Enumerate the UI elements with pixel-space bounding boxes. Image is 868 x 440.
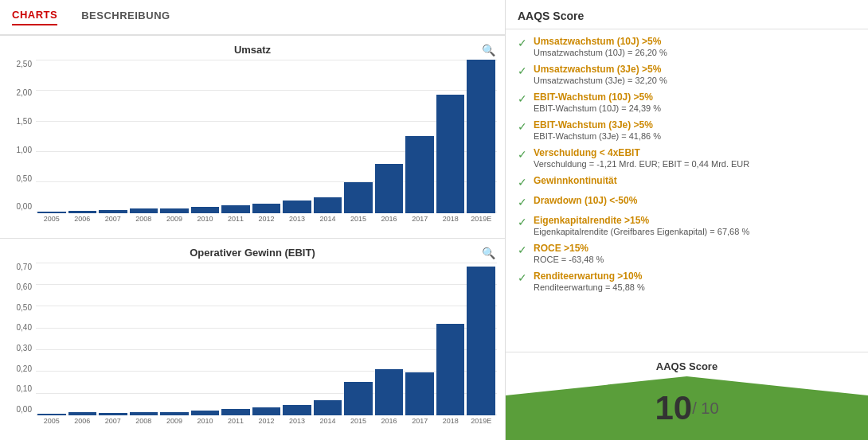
- aaqs-item: ✓EBIT-Wachstum (10J) >5%EBIT-Wachstum (1…: [518, 92, 856, 113]
- x-label: 2007: [99, 215, 127, 228]
- x-label: 2013: [283, 417, 311, 430]
- bar: [314, 400, 342, 415]
- y-label: 0,10: [17, 384, 32, 393]
- aaqs-item-value: ROCE = -63,48 %: [534, 255, 856, 264]
- aaqs-item: ✓Gewinnkontinuität: [518, 175, 856, 189]
- aaqs-item-value: EBIT-Wachstum (3Je) = 41,86 %: [534, 131, 856, 141]
- x-label: 2018: [436, 215, 465, 228]
- aaqs-item: ✓Verschuldung < 4xEBITVerschuldung = -1,…: [518, 147, 856, 169]
- y-label: 0,00: [17, 202, 32, 211]
- aaqs-item-content: Eigenkapitalrendite >15%Eigenkapitalrend…: [534, 215, 856, 236]
- aaqs-item: ✓EBIT-Wachstum (3Je) >5%EBIT-Wachstum (3…: [518, 119, 856, 141]
- ebit-chart-inner: 0,700,600,500,400,300,200,100,00 2005200…: [8, 263, 497, 430]
- aaqs-item-content: Renditeerwartung >10%Renditeerwartung = …: [534, 271, 856, 292]
- aaqs-item: ✓Umsatzwachstum (3Je) >5%Umsatzwachstum …: [518, 64, 856, 85]
- x-label: 2011: [221, 215, 250, 228]
- x-label: 2016: [375, 417, 404, 430]
- aaqs-item-title: Eigenkapitalrendite >15%: [534, 215, 856, 226]
- umsatz-bars-area: 2005200620072008200920102011201220132014…: [36, 60, 497, 228]
- aaqs-item-title: Umsatzwachstum (3Je) >5%: [534, 64, 856, 75]
- check-icon: ✓: [518, 92, 527, 105]
- bar-col: [314, 263, 342, 416]
- x-label: 2005: [37, 215, 66, 228]
- bar: [130, 208, 158, 213]
- y-label: 2,00: [17, 88, 32, 97]
- bar-col: [436, 60, 465, 213]
- aaqs-score-numerator: 10: [655, 389, 692, 427]
- bar: [344, 382, 373, 415]
- bar-col: [283, 60, 311, 213]
- bar: [99, 413, 127, 415]
- umsatz-chart-container: Umsatz 🔍 2,502,001,501,000,500,00 200520…: [0, 36, 505, 239]
- ebit-bars-area: 2005200620072008200920102011201220132014…: [36, 263, 497, 430]
- x-label: 2011: [221, 417, 250, 430]
- y-label: 0,50: [17, 174, 32, 183]
- ebit-chart-container: Operativer Gewinn (EBIT) 🔍 0,700,600,500…: [0, 239, 505, 441]
- aaqs-item-value: Eigenkapitalrendite (Greifbares Eigenkap…: [534, 227, 856, 236]
- bar: [191, 207, 220, 213]
- bar-col: [221, 263, 250, 416]
- bar-col: [191, 263, 220, 416]
- tab-charts[interactable]: CHARTS: [12, 9, 57, 25]
- aaqs-item-title: Gewinnkontinuität: [534, 175, 856, 186]
- aaqs-item-title: Drawdown (10J) <-50%: [534, 195, 856, 206]
- bar-col: [37, 60, 66, 213]
- bar-col: [467, 263, 495, 416]
- ebit-search-icon[interactable]: 🔍: [482, 247, 495, 259]
- x-label: 2017: [405, 215, 434, 228]
- ebit-x-labels: 2005200620072008200920102011201220132014…: [36, 415, 497, 430]
- bar: [375, 369, 404, 415]
- aaqs-score-denominator: / 10: [692, 384, 718, 432]
- bar-col: [467, 60, 495, 213]
- x-label: 2009: [160, 417, 189, 430]
- aaqs-item: ✓Eigenkapitalrendite >15%Eigenkapitalren…: [518, 215, 856, 236]
- x-label: 2014: [314, 215, 342, 228]
- umsatz-search-icon[interactable]: 🔍: [482, 44, 495, 56]
- aaqs-item-title: Verschuldung < 4xEBIT: [534, 147, 856, 158]
- y-label: 0,30: [17, 344, 32, 352]
- bar-col: [221, 60, 250, 213]
- x-label: 2019E: [467, 215, 495, 228]
- x-label: 2005: [37, 417, 66, 430]
- bar-col: [405, 60, 434, 213]
- bar: [436, 324, 465, 416]
- x-label: 2018: [436, 417, 465, 430]
- bar: [221, 205, 250, 213]
- tabs-bar: CHARTS BESCHREIBUNG: [0, 0, 505, 36]
- y-label: 0,00: [17, 405, 32, 414]
- bar-col: [252, 60, 281, 213]
- y-label: 1,00: [17, 146, 32, 154]
- bar: [375, 164, 404, 213]
- bar-col: [252, 263, 281, 416]
- y-label: 0,50: [17, 303, 32, 312]
- x-label: 2012: [252, 417, 281, 430]
- y-label: 0,40: [17, 323, 32, 332]
- check-icon: ✓: [518, 64, 527, 77]
- y-label: 0,70: [17, 263, 32, 271]
- bar: [252, 407, 281, 415]
- y-label: 0,60: [17, 282, 32, 291]
- x-label: 2006: [68, 417, 97, 430]
- aaqs-item-title: Umsatzwachstum (10J) >5%: [534, 36, 856, 47]
- y-label: 0,20: [17, 364, 32, 373]
- tab-beschreibung[interactable]: BESCHREIBUNG: [81, 10, 170, 25]
- aaqs-item-content: Verschuldung < 4xEBITVerschuldung = -1,2…: [534, 147, 856, 169]
- aaqs-item-content: EBIT-Wachstum (10J) >5%EBIT-Wachstum (10…: [534, 92, 856, 113]
- bar-col: [99, 263, 127, 416]
- bar: [37, 212, 66, 213]
- bar-col: [405, 263, 434, 416]
- umsatz-bars-row: [36, 60, 497, 213]
- aaqs-item: ✓Drawdown (10J) <-50%: [518, 195, 856, 208]
- aaqs-item-content: EBIT-Wachstum (3Je) >5%EBIT-Wachstum (3J…: [534, 119, 856, 141]
- bar-col: [375, 263, 404, 416]
- bar-col: [68, 60, 97, 213]
- aaqs-item: ✓Renditeerwartung >10%Renditeerwartung =…: [518, 271, 856, 292]
- bar: [68, 412, 97, 415]
- bar: [467, 60, 495, 213]
- check-icon: ✓: [518, 37, 527, 49]
- aaqs-score-section: AAQS Score 10 / 10: [506, 352, 868, 440]
- bar-col: [68, 263, 97, 416]
- right-panel: AAQS Score ✓Umsatzwachstum (10J) >5%Umsa…: [506, 0, 868, 440]
- x-label: 2014: [314, 417, 342, 430]
- aaqs-score-label: AAQS Score: [506, 360, 868, 372]
